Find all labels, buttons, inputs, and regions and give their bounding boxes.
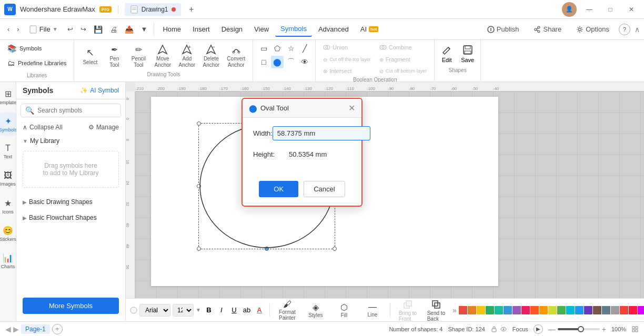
menu-insert[interactable]: Insert: [187, 22, 215, 36]
search-input[interactable]: [37, 107, 116, 114]
star-shape[interactable]: ☆: [285, 42, 297, 55]
play-button[interactable]: ▶: [534, 324, 543, 334]
line-button[interactable]: — Line: [359, 301, 386, 319]
menu-symbols[interactable]: Symbols: [275, 22, 312, 37]
arc-shape[interactable]: ⌒: [285, 56, 297, 68]
send-to-back-button[interactable]: Send toBack: [423, 298, 449, 323]
combine-button[interactable]: Combine: [376, 42, 430, 53]
sidebar-item-stickers[interactable]: 😊 Stickers: [0, 222, 16, 245]
color-cell[interactable]: [620, 306, 628, 314]
file-menu[interactable]: File ▼: [24, 23, 63, 36]
color-cell[interactable]: [504, 306, 512, 314]
delete-anchor-tool[interactable]: − DeleteAnchor: [199, 42, 223, 70]
color-cell[interactable]: [629, 306, 637, 314]
menu-advanced[interactable]: Advanced: [313, 22, 354, 36]
menu-ai[interactable]: AI hot: [355, 22, 384, 36]
dialog-cancel-button[interactable]: Cancel: [304, 181, 345, 197]
color-cell[interactable]: [584, 306, 592, 314]
color-cell[interactable]: [548, 306, 557, 314]
more-symbols-button[interactable]: More Symbols: [23, 298, 119, 314]
zoom-slider[interactable]: [558, 328, 600, 330]
manage-button[interactable]: ⚙ Manage: [88, 124, 119, 131]
menu-design[interactable]: Design: [216, 22, 248, 36]
pentagon-shape[interactable]: ⬠: [271, 42, 284, 55]
color-cell[interactable]: [593, 306, 601, 314]
save-button[interactable]: 💾: [90, 23, 106, 36]
cut-top-button[interactable]: ⊖ Cut off the top layer: [320, 55, 374, 64]
sidebar-item-text[interactable]: T Text: [0, 140, 16, 163]
pen-tool[interactable]: ✒ PenTool: [103, 42, 126, 70]
color-cell[interactable]: [521, 306, 530, 314]
user-avatar[interactable]: 👤: [562, 2, 577, 17]
strikethrough-button[interactable]: ab: [241, 304, 253, 316]
zoom-thumb[interactable]: [578, 326, 584, 332]
fill-button[interactable]: ⬡ Fill: [331, 301, 357, 319]
new-tab-button[interactable]: +: [185, 3, 198, 16]
redo-button[interactable]: ↪: [77, 23, 89, 35]
cut-bottom-button[interactable]: ⊘ Cut off bottom layer: [376, 66, 430, 76]
share-button[interactable]: Share: [528, 23, 567, 36]
color-cell[interactable]: [459, 306, 467, 314]
color-cell[interactable]: [566, 306, 575, 314]
color-cell[interactable]: [486, 306, 494, 314]
line-shape[interactable]: ╱: [298, 42, 311, 55]
union-button[interactable]: Union: [320, 42, 374, 53]
print-button[interactable]: 🖨: [107, 23, 120, 36]
color-cell[interactable]: [512, 306, 521, 314]
basic-flowchart-header[interactable]: ▶ Basic Flowchart Shapes: [23, 212, 119, 223]
dialog-ok-button[interactable]: OK: [259, 181, 298, 197]
export-button[interactable]: 📤: [122, 23, 137, 36]
select-tool[interactable]: ↖ Select: [78, 42, 102, 70]
color-cell[interactable]: [557, 306, 566, 314]
my-library-header[interactable]: ▼ My Library: [23, 135, 119, 147]
color-cell[interactable]: [468, 306, 476, 314]
font-size-select[interactable]: 12: [173, 304, 194, 317]
font-family-select[interactable]: Arial: [139, 304, 170, 317]
export-dropdown[interactable]: ▼: [138, 23, 151, 35]
zoom-out-button[interactable]: —: [548, 325, 556, 333]
menu-home[interactable]: Home: [157, 22, 186, 36]
width-input[interactable]: [273, 126, 370, 140]
oval-tool-dialog[interactable]: ⬤ Oval Tool ✕ Width: Height: 50.5354 mm: [242, 98, 363, 207]
close-button[interactable]: ✕: [623, 3, 640, 16]
publish-button[interactable]: Publish: [482, 23, 525, 36]
canvas-area[interactable]: -210 -200 -190 -180 -170 -160 -150 -140 …: [126, 82, 644, 298]
nav-forward[interactable]: ›: [14, 23, 22, 35]
color-cell[interactable]: [530, 306, 539, 314]
square-shape[interactable]: □: [257, 56, 270, 68]
color-cell[interactable]: [575, 306, 583, 314]
new-library-button[interactable]: 📚 Symbols: [5, 43, 68, 54]
save-shape-button[interactable]: Save: [459, 42, 476, 65]
canvas-content[interactable]: ✦ ★: [135, 91, 644, 298]
color-cell[interactable]: [638, 306, 644, 314]
styles-button[interactable]: ◈ Styles: [303, 301, 329, 319]
sidebar-item-templates[interactable]: ⊞ Templates: [0, 85, 16, 108]
basic-drawing-header[interactable]: ▶ Basic Drawing Shapes: [23, 196, 119, 208]
page-nav-left[interactable]: ◀: [5, 325, 11, 333]
font-size-dropdown[interactable]: ▼: [196, 307, 201, 313]
color-cell[interactable]: [611, 306, 619, 314]
color-cell[interactable]: [539, 306, 548, 314]
add-page-button[interactable]: +: [52, 324, 63, 334]
sidebar-item-images[interactable]: 🖼 Images: [0, 167, 16, 190]
collapse-ribbon-button[interactable]: ∧: [635, 25, 640, 34]
more-tools-button[interactable]: »: [452, 306, 457, 314]
move-anchor-tool[interactable]: MoveAnchor: [151, 42, 174, 70]
page-nav-right[interactable]: ▶: [13, 325, 19, 333]
pencil-tool[interactable]: ✏ PencilTool: [127, 42, 150, 70]
sidebar-item-icons[interactable]: ★ Icons: [0, 195, 16, 218]
intersect-button[interactable]: ⊗ Intersect: [320, 66, 374, 76]
format-painter-button[interactable]: 🖌 FormatPainter: [274, 299, 300, 322]
nav-back[interactable]: ‹: [4, 23, 13, 35]
minimize-button[interactable]: —: [581, 3, 598, 16]
current-tab[interactable]: Drawing1: [125, 3, 181, 16]
sidebar-item-charts[interactable]: 📊 Charts: [0, 249, 16, 272]
help-button[interactable]: ?: [619, 24, 630, 35]
options-button[interactable]: Options: [571, 23, 615, 36]
maximize-button[interactable]: □: [602, 3, 619, 16]
zoom-in-button[interactable]: +: [602, 325, 606, 333]
edit-shape-button[interactable]: Edit: [439, 42, 455, 65]
menu-view[interactable]: View: [249, 22, 274, 36]
ai-symbol-button[interactable]: ✨ AI Symbol: [80, 87, 119, 94]
sidebar-item-symbols[interactable]: ✦ Symbols: [0, 113, 16, 136]
